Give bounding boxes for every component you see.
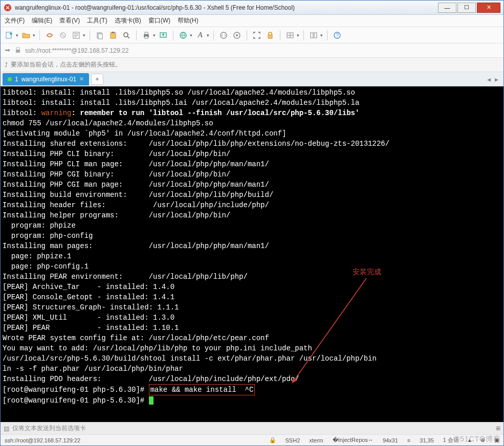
new-session-icon[interactable]: [4, 30, 15, 41]
send-bar[interactable]: ▤ 仅将文本发送到当前选项卡 ≡: [1, 422, 503, 434]
terminal-line: Installing PEAR environment: /usr/local/…: [3, 272, 501, 282]
menu-view[interactable]: 查看(V): [59, 16, 80, 25]
add-tab-button[interactable]: +: [91, 74, 103, 85]
font-icon[interactable]: A: [194, 30, 206, 41]
chevron-down-icon[interactable]: ▾: [33, 33, 35, 38]
svg-rect-23: [16, 50, 20, 53]
svg-rect-7: [112, 32, 115, 33]
toolbar-divider: [90, 30, 90, 40]
status-up-icon[interactable]: ▴: [468, 437, 471, 443]
paste-icon[interactable]: [107, 30, 119, 41]
tab-index: 1: [15, 76, 18, 83]
title-bar[interactable]: wangruifenglinux-01 - root@wangruifeng-0…: [1, 1, 503, 15]
terminal-line: [PEAR] Console_Getopt - installed: 1.4.1: [3, 292, 501, 302]
menu-window[interactable]: 窗口(W): [148, 16, 170, 25]
terminal-line: libtool: install: install .libs/libphp5.…: [3, 87, 501, 98]
transfer-icon[interactable]: [158, 30, 169, 41]
svg-rect-6: [111, 33, 116, 38]
cursor-icon: [149, 396, 154, 405]
menu-icon[interactable]: ≡: [496, 424, 500, 433]
chevron-down-icon[interactable]: ▾: [83, 33, 85, 38]
keymap-icon[interactable]: [231, 30, 243, 41]
address-bar: ⮕ ssh://root:********@192.168.57.129:22: [1, 43, 503, 58]
terminal-output[interactable]: libtool: install: install .libs/libphp5.…: [1, 86, 503, 422]
app-icon: [4, 4, 12, 12]
terminal-line: ln -s -f phar.phar /usr/local/php/bin/ph…: [3, 364, 501, 374]
tab-label: wangruifenglinux-01: [21, 76, 76, 83]
terminal-line: /usr/local/src/php-5.6.30/build/shtool i…: [3, 353, 501, 364]
copy-icon[interactable]: [94, 30, 105, 41]
address-text[interactable]: ssh://root:********@192.168.57.129:22: [25, 47, 500, 54]
terminal-line: Wrote PEAR system config file at: /usr/l…: [3, 333, 501, 343]
reconnect-icon[interactable]: [44, 30, 55, 41]
toolbar-divider: [280, 30, 280, 40]
tab-bar: 1 wangruifenglinux-01 ✕ + ◂ ▸: [1, 72, 503, 86]
session-arrow-icon[interactable]: ⮕: [4, 47, 12, 55]
status-plus-icon[interactable]: ⊕: [480, 437, 485, 443]
send-bar-text: 仅将文本发送到当前选项卡: [12, 424, 86, 433]
highlighted-command: make && make install ^C: [149, 384, 255, 395]
window-controls: — ☐ ✕: [437, 3, 500, 13]
terminal-line: Installing PHP CLI man page: /usr/local/…: [3, 159, 501, 169]
minimize-button[interactable]: —: [438, 3, 456, 13]
tab-nav-arrows[interactable]: ◂ ▸: [483, 75, 503, 83]
maximize-button[interactable]: ☐: [457, 3, 476, 13]
terminal-line: Installing man pages: /usr/local/php/php…: [3, 241, 501, 251]
menu-help[interactable]: 帮助(H): [178, 16, 199, 25]
properties-icon[interactable]: [71, 30, 82, 41]
chevron-down-icon[interactable]: ▾: [190, 33, 192, 38]
menu-tabs[interactable]: 选项卡(B): [115, 16, 141, 25]
help-icon[interactable]: ?: [332, 30, 343, 41]
terminal-line: [PEAR] XML_Util - installed: 1.3.0: [3, 313, 501, 323]
search-icon[interactable]: [121, 30, 132, 41]
close-button[interactable]: ✕: [477, 3, 500, 13]
annotation-label: 安装完成: [353, 266, 381, 277]
terminal-line: You may want to add: /usr/local/php/lib/…: [3, 343, 501, 353]
svg-rect-17: [268, 35, 272, 38]
toolbar: ▾ ▾ ▾ ▾ ▾ A▾ ▾ ▾ ?: [1, 27, 503, 43]
layout-icon[interactable]: [284, 30, 296, 41]
chevron-down-icon[interactable]: ▾: [297, 33, 299, 38]
status-dot-icon: [8, 77, 12, 81]
script-icon[interactable]: [218, 30, 229, 41]
send-mode-icon[interactable]: ▤: [4, 425, 9, 432]
tab-close-icon[interactable]: ✕: [79, 76, 84, 82]
svg-point-8: [124, 33, 128, 37]
disconnect-icon[interactable]: [57, 30, 69, 41]
status-pos: 31,35: [420, 437, 434, 443]
chevron-down-icon[interactable]: ▾: [207, 33, 209, 38]
terminal-line: libtool: warning: remember to run 'libto…: [3, 108, 501, 118]
terminal-line: [activating module `php5' in /usr/local/…: [3, 128, 501, 139]
globe-icon[interactable]: [178, 30, 189, 41]
svg-rect-11: [145, 36, 148, 38]
lock-icon[interactable]: [265, 30, 276, 41]
hint-text: 要添加当前会话，点击左侧的箭头按钮。: [11, 60, 121, 69]
svg-rect-5: [98, 34, 102, 39]
chevron-down-icon[interactable]: ▾: [153, 33, 156, 38]
status-term: xterm: [309, 437, 323, 443]
status-size-icon: �InjectRepos↔: [333, 437, 374, 443]
chevron-down-icon[interactable]: ▾: [16, 33, 18, 38]
hint-arrow-icon[interactable]: ⤴: [5, 61, 8, 69]
menu-edit[interactable]: 编辑(E): [32, 16, 52, 25]
terminal-line: Installing header files: /usr/local/php/…: [3, 200, 501, 210]
menu-file[interactable]: 文件(F): [5, 16, 25, 25]
lock-icon: [15, 47, 22, 54]
status-sessions: 1 会话: [443, 436, 459, 444]
terminal-line: Installing build environment: /usr/local…: [3, 190, 501, 200]
print-icon[interactable]: [141, 30, 152, 41]
terminal-line: Installing PHP CGI binary: /usr/local/ph…: [3, 169, 501, 180]
terminal-line: program: phpize: [3, 220, 501, 231]
fullscreen-icon[interactable]: [251, 30, 262, 41]
terminal-line: [PEAR] PEAR - installed: 1.10.1: [3, 323, 501, 333]
open-icon[interactable]: [20, 30, 32, 41]
svg-point-16: [236, 34, 238, 36]
toolbar-divider: [136, 30, 137, 40]
tile-h-icon[interactable]: [308, 30, 319, 41]
session-tab[interactable]: 1 wangruifenglinux-01 ✕: [3, 73, 89, 85]
chevron-down-icon[interactable]: ▾: [320, 33, 323, 38]
svg-text:?: ?: [336, 33, 339, 38]
terminal-line: Installing PHP CLI binary: /usr/local/ph…: [3, 149, 501, 159]
terminal-line: chmod 755 /usr/local/apache2.4/modules/l…: [3, 118, 501, 128]
menu-tools[interactable]: 工具(T): [87, 16, 107, 25]
